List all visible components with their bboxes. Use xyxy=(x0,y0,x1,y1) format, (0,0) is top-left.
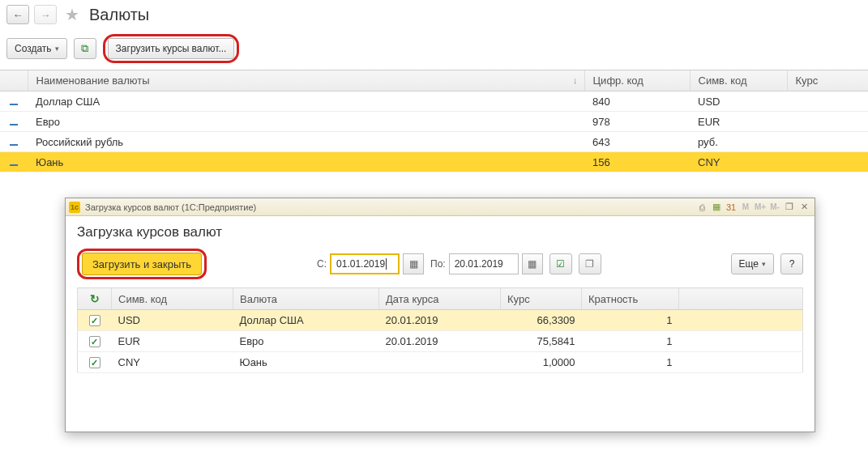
calculator-icon[interactable]: ▦ xyxy=(709,201,724,214)
table-row[interactable]: Доллар США840USD xyxy=(0,91,868,112)
table-row[interactable]: ✓EURЕвро20.01.201975,58411 xyxy=(78,331,803,352)
checkbox-icon[interactable]: ✓ xyxy=(89,315,100,326)
download-rates-dialog: 1c Загрузка курсов валют (1С:Предприятие… xyxy=(65,198,815,432)
cell-name: Российский рубль xyxy=(28,132,584,152)
dropdown-caret-icon: ▾ xyxy=(762,260,766,268)
download-and-close-button[interactable]: Загрузить и закрыть xyxy=(82,253,202,275)
cell-sym: EUR xyxy=(690,112,787,132)
check-all-button[interactable]: ☑ xyxy=(549,253,572,274)
col-currency[interactable]: Валюта xyxy=(233,288,379,310)
app-logo-icon: 1c xyxy=(69,202,80,213)
table-row[interactable]: Евро978EUR xyxy=(0,112,868,132)
date-to-group: По: 20.01.2019 ▦ xyxy=(430,253,543,274)
table-row[interactable]: Юань156CNY xyxy=(0,152,868,172)
checkbox-icon[interactable]: ✓ xyxy=(89,336,100,347)
col-num-code[interactable]: Цифр. код xyxy=(584,70,690,91)
download-rates-button[interactable]: Загрузить курсы валют... xyxy=(108,38,235,59)
col-name[interactable]: Наименование валюты↓ xyxy=(28,70,584,91)
row-marker xyxy=(0,132,28,152)
rates-table: ↻ Симв. код Валюта Дата курса Курс Кратн… xyxy=(77,287,803,373)
col-marker[interactable] xyxy=(0,70,28,91)
cell-empty xyxy=(679,352,803,373)
col-date[interactable]: Дата курса xyxy=(379,288,501,310)
cell-rate: 1,0000 xyxy=(501,352,582,373)
row-marker xyxy=(0,91,28,112)
back-button[interactable]: ← xyxy=(6,5,29,24)
table-row[interactable]: Российский рубль643руб. xyxy=(0,132,868,152)
cell-sym: CNY xyxy=(690,152,787,172)
forward-button[interactable]: → xyxy=(34,5,57,24)
cell-check[interactable]: ✓ xyxy=(78,331,112,352)
checkbox-icon[interactable]: ✓ xyxy=(89,357,100,368)
cell-rate xyxy=(787,152,868,172)
favorite-star-icon[interactable]: ★ xyxy=(65,5,79,24)
refresh-icon[interactable]: ↻ xyxy=(90,292,100,305)
more-button[interactable]: Еще▾ xyxy=(731,253,774,274)
calendar-icon[interactable]: 31 xyxy=(724,201,738,214)
date-from-input[interactable]: 01.01.2019 xyxy=(330,253,400,274)
cell-empty xyxy=(679,331,803,352)
cell-currency: Евро xyxy=(233,331,379,352)
help-button[interactable]: ? xyxy=(780,253,803,274)
cell-empty xyxy=(679,310,803,331)
col-mult[interactable]: Кратность xyxy=(582,288,679,310)
cell-rate: 75,5841 xyxy=(501,331,582,352)
download-rates-label: Загрузить курсы валют... xyxy=(116,43,227,54)
table-header-row: Наименование валюты↓ Цифр. код Симв. код… xyxy=(0,70,868,91)
col-rate[interactable]: Курс xyxy=(787,70,868,91)
dialog-titlebar[interactable]: 1c Загрузка курсов валют (1С:Предприятие… xyxy=(66,198,815,216)
page-title: Валюты xyxy=(89,6,149,24)
date-from-label: С: xyxy=(317,258,327,270)
m-icon[interactable]: M xyxy=(738,201,753,214)
copy-button[interactable]: ⧉ xyxy=(74,38,96,59)
dialog-title: Загрузка курсов валют (1С:Предприятие) xyxy=(85,202,256,212)
restore-icon[interactable]: ❐ xyxy=(782,201,797,214)
cell-name: Евро xyxy=(28,112,584,132)
col-rate[interactable]: Курс xyxy=(501,288,582,310)
date-to-label: По: xyxy=(430,258,446,270)
copy-icon: ⧉ xyxy=(81,42,88,55)
cell-date xyxy=(379,352,501,373)
cell-currency: Доллар США xyxy=(233,310,379,331)
date-to-input[interactable]: 20.01.2019 xyxy=(449,253,519,274)
cell-date: 20.01.2019 xyxy=(379,331,501,352)
close-icon[interactable]: ✕ xyxy=(797,201,811,214)
cell-num: 840 xyxy=(584,91,690,112)
cell-rate xyxy=(787,112,868,132)
cell-date: 20.01.2019 xyxy=(379,310,501,331)
m-minus-icon[interactable]: M- xyxy=(768,201,782,214)
col-sym-code[interactable]: Симв. код xyxy=(690,70,787,91)
currencies-table: Наименование валюты↓ Цифр. код Симв. код… xyxy=(0,70,868,172)
cell-num: 978 xyxy=(584,112,690,132)
cell-mult: 1 xyxy=(582,310,679,331)
table-row[interactable]: ✓USDДоллар США20.01.201966,33091 xyxy=(78,310,803,331)
col-sym[interactable]: Симв. код xyxy=(112,288,233,310)
cell-check[interactable]: ✓ xyxy=(78,352,112,373)
cell-rate: 66,3309 xyxy=(501,310,582,331)
date-to-calendar-icon[interactable]: ▦ xyxy=(522,253,543,274)
create-button[interactable]: Создать ▾ xyxy=(6,38,67,59)
dialog-heading: Загрузка курсов валют xyxy=(77,224,803,240)
dialog-body: Загрузка курсов валют Загрузить и закрыт… xyxy=(66,216,815,378)
cell-check[interactable]: ✓ xyxy=(78,310,112,331)
row-marker xyxy=(0,112,28,132)
highlight-ring: Загрузить курсы валют... xyxy=(103,34,240,63)
highlight-ring-submit: Загрузить и закрыть xyxy=(77,249,207,279)
row-marker xyxy=(0,152,28,172)
dialog-toolbar: Загрузить и закрыть С: 01.01.2019 ▦ По: … xyxy=(77,249,803,279)
cell-num: 643 xyxy=(584,132,690,152)
cell-currency: Юань xyxy=(233,352,379,373)
cell-sym: CNY xyxy=(112,352,233,373)
date-from-calendar-icon[interactable]: ▦ xyxy=(403,253,424,274)
main-toolbar: Создать ▾ ⧉ Загрузить курсы валют... xyxy=(0,29,868,70)
table-row[interactable]: ✓CNYЮань1,00001 xyxy=(78,352,803,373)
create-button-label: Создать xyxy=(15,43,52,54)
cell-mult: 1 xyxy=(582,331,679,352)
print-icon[interactable]: ⎙ xyxy=(695,201,709,214)
cell-sym: руб. xyxy=(690,132,787,152)
uncheck-all-button[interactable]: ❐ xyxy=(579,253,601,274)
m-plus-icon[interactable]: M+ xyxy=(753,201,768,214)
cell-rate xyxy=(787,91,868,112)
col-check[interactable]: ↻ xyxy=(78,288,112,310)
cell-num: 156 xyxy=(584,152,690,172)
